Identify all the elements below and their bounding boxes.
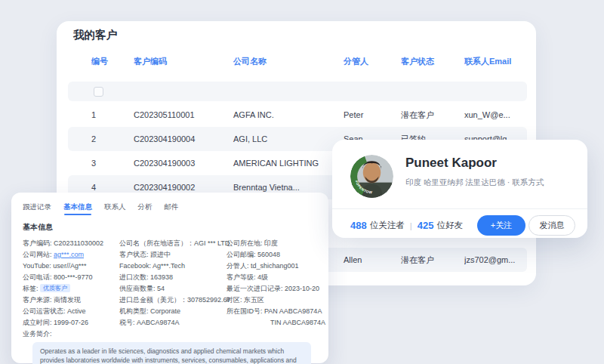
field-operating-status: 公司运营状态: Active: [23, 306, 119, 317]
field-org-type: 机构类型: Corporate: [119, 306, 226, 317]
cell-status: 潜在客户: [401, 110, 464, 121]
field-column-3: 公司所在地: 印度 公司邮编: 560048 分管人: td_shichang0…: [226, 238, 317, 329]
tab-email[interactable]: 邮件: [165, 202, 179, 215]
detail-tabs: 跟进记录 基本信息 联系人 分析 邮件: [23, 202, 317, 215]
page-title: 我的客户: [73, 28, 117, 42]
quality-customer-tag: 优质客户: [40, 284, 70, 292]
field-supplier-count: 供应商数量: 54: [119, 283, 226, 295]
customer-detail-panel: 跟进记录 基本信息 联系人 分析 邮件 基本信息 客户编码: C20231103…: [11, 193, 328, 363]
cell-company: AMERICAN LIGHTING: [233, 159, 344, 168]
field-location: 公司所在地: 印度: [226, 238, 317, 249]
cell-company: Brenntag Vietna...: [233, 183, 344, 192]
field-customer-status: 客户状态: 跟进中: [119, 249, 226, 261]
follow-button[interactable]: +关注: [477, 215, 525, 236]
field-manager: 分管人: td_shichang001: [226, 261, 317, 272]
cell-company: AGFA INC.: [233, 110, 344, 119]
cell-code: C202304190004: [134, 134, 233, 143]
column-header-company: 公司名称: [233, 56, 344, 67]
field-tax-id: 税号: AABCA9874A: [119, 317, 226, 329]
friends-label: 位好友: [436, 220, 463, 231]
table-header-row: 编号 客户编码 公司名称 分管人 客户状态 联系人Email: [57, 56, 536, 67]
field-youtube: YouTube: user//Ag***: [23, 261, 119, 272]
field-postcode: 公司邮编: 560048: [226, 249, 317, 261]
cell-code: C202305110001: [134, 110, 233, 119]
cell-email: xun_W@e...: [464, 110, 527, 119]
field-founded: 成立时间: 1999-07-26: [23, 317, 119, 329]
table-row[interactable]: 1 C202305110001 AGFA INC. Peter 潜在客户 xun…: [68, 103, 527, 127]
select-all-row: [68, 82, 527, 101]
cell-manager: Peter: [344, 110, 401, 119]
profile-divider: [332, 208, 587, 209]
field-tag: 标签: 优质客户: [23, 283, 119, 295]
column-header-status: 客户状态: [401, 56, 464, 67]
avatar: #OPENTOWORK: [350, 155, 393, 198]
field-column-1: 客户编码: C202311030002 公司网站: ag***.com YouT…: [23, 238, 119, 329]
column-header-no: 编号: [91, 56, 134, 67]
tab-basic-info[interactable]: 基本信息: [63, 202, 92, 215]
cell-no: 2: [91, 134, 134, 143]
stats-separator: |: [410, 221, 412, 230]
column-header-code: 客户编码: [134, 56, 233, 67]
website-link[interactable]: ag***.com: [54, 251, 84, 258]
cell-manager: Allen: [344, 255, 401, 264]
field-company-local-name: 公司名（所在地语言）：AGI *** LTD: [119, 238, 226, 249]
business-intro-label: 业务简介:: [23, 329, 317, 340]
contact-location: 印度 哈里亚纳邦 法里达巴德 · 联系方式: [405, 177, 544, 188]
field-last-import: 最近一次进口记录: 2023-10-20: [226, 283, 317, 295]
cell-code: C202304190002: [134, 183, 233, 192]
tab-contacts[interactable]: 联系人: [104, 202, 126, 215]
field-tin: TIN AABCA9874A: [226, 317, 317, 329]
cell-company: AGI, LLC: [233, 134, 344, 143]
cell-code: C202304190003: [134, 159, 233, 168]
profile-stats: 488 位关注者 | 425 位好友: [350, 215, 463, 236]
cell-no: 3: [91, 159, 134, 168]
field-import-total: 进口总金额（美元）：307852992.67: [119, 295, 226, 306]
field-phone: 公司电话: 800-***-9770: [23, 272, 119, 283]
friends-count: 425: [418, 220, 434, 231]
tab-follow-records[interactable]: 跟进记录: [23, 202, 51, 215]
followers-label: 位关注者: [370, 220, 405, 231]
section-title-basic-info: 基本信息: [23, 222, 317, 233]
field-source: 客户来源: 商情发现: [23, 295, 119, 306]
column-header-email: 联系人Email: [464, 56, 536, 67]
cell-no: 1: [91, 110, 134, 119]
field-country-id: 所在国ID号: PAN AABCA9874A: [226, 306, 317, 317]
cell-email: jzs702@gm...: [464, 255, 527, 264]
contact-profile-card: #OPENTOWORK Puneet Kapoor 印度 哈里亚纳邦 法里达巴德…: [332, 140, 587, 238]
detail-field-grid: 客户编码: C202311030002 公司网站: ag***.com YouT…: [23, 238, 317, 329]
business-intro-text: Operates as a leader in life sciences, d…: [32, 342, 311, 364]
tab-analysis[interactable]: 分析: [138, 202, 153, 215]
field-level: 客户等级: 4级: [226, 272, 317, 283]
cell-no: 4: [91, 183, 134, 192]
message-button[interactable]: 发消息: [528, 215, 575, 236]
cell-status: 潜在客户: [401, 254, 464, 266]
column-header-manager: 分管人: [344, 56, 401, 67]
field-facebook: Facebook: Ag***.Tech: [119, 261, 226, 272]
followers-count: 488: [350, 220, 367, 231]
field-website: 公司网站: ag***.com: [23, 249, 119, 261]
contact-name: Puneet Kapoor: [405, 156, 497, 171]
field-timezone: 时区: 东五区: [226, 295, 317, 306]
field-customer-code: 客户编码: C202311030002: [23, 238, 119, 249]
field-import-count: 进口次数: 163938: [119, 272, 226, 283]
field-column-2: 公司名（所在地语言）：AGI *** LTD 客户状态: 跟进中 Faceboo…: [119, 238, 226, 329]
select-all-checkbox[interactable]: [94, 87, 103, 97]
